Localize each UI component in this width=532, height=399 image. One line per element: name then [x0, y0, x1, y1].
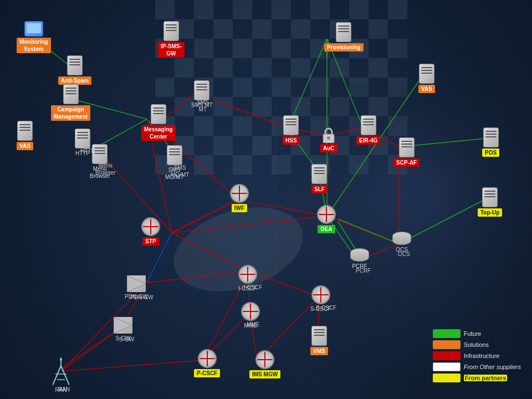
legend-future-box — [433, 329, 461, 338]
legend-infrastructure-label: Infrastructure — [464, 352, 500, 359]
svg-marker-49 — [114, 317, 132, 334]
legend-solutions: Solutions — [433, 340, 521, 349]
node-hss: HSS — [283, 115, 300, 145]
node-vas-top: VAS — [418, 64, 435, 93]
badge-hss: HSS — [283, 136, 300, 145]
node-dea: DEA — [317, 205, 336, 233]
badge-top-up: Top-Up — [478, 208, 502, 217]
node-pos: POS — [482, 127, 499, 157]
badge-campaign: Campaign Management — [51, 105, 90, 121]
badge-vms: VMS — [310, 347, 328, 355]
legend-partners: From partners — [433, 374, 521, 382]
extra-label-i-cscf-lbl: I-CSCF — [244, 284, 262, 291]
node-campaign: Campaign Management — [51, 84, 90, 121]
badge-stp: STP — [142, 237, 158, 245]
extra-label-menubr-lbl: Menu Browser — [95, 162, 116, 176]
legend-future-label: Future — [464, 330, 482, 337]
svg-point-55 — [60, 359, 62, 361]
badge-eir4g: EIR-4G — [356, 136, 380, 145]
node-slf: SLF — [311, 164, 328, 193]
badge-ims-mgw: IMS MGW — [249, 370, 280, 378]
badge-vas-left: VAS — [17, 142, 33, 150]
badge-messaging-center: Messaging Center — [141, 125, 176, 141]
extra-label-mme-lbl: MME — [247, 321, 259, 328]
badge-pos: POS — [482, 149, 499, 157]
badge-scp-af: SCP-AF — [393, 158, 420, 167]
legend-partners-label: From partners — [464, 375, 508, 381]
node-stp: STP — [141, 217, 160, 245]
node-iwf: IWF — [230, 184, 249, 212]
legend-other-suppliers-label: From Other suppliers — [464, 364, 521, 370]
node-provisioning: Provisioning — [324, 22, 364, 52]
badge-provisioning: Provisioning — [324, 43, 364, 52]
node-monitoring: Monitoring System — [17, 21, 51, 53]
legend-other-suppliers: From Other suppliers — [433, 362, 521, 371]
svg-line-51 — [53, 366, 61, 385]
legend-partners-box — [433, 374, 461, 382]
badge-ip-sms-gw: IP-SMS- GW — [158, 42, 185, 58]
legend-solutions-box — [433, 340, 461, 349]
legend-other-suppliers-box — [433, 362, 461, 371]
legend-future: Future — [433, 329, 521, 338]
badge-iwf: IWF — [232, 204, 247, 212]
extra-label-smsmt-lbl: SMS MO/MT — [171, 164, 189, 178]
node-messaging-center: Messaging Center — [141, 104, 176, 141]
extra-label-sgw-lbl: S-GW — [119, 336, 134, 343]
badge-dea: DEA — [318, 225, 335, 233]
badge-vas-top: VAS — [418, 85, 435, 93]
node-eir4g: EIR-4G — [356, 115, 380, 145]
legend: Future Solutions Infrastructure From Oth… — [433, 329, 521, 382]
legend-infrastructure-box — [433, 351, 461, 360]
svg-line-52 — [61, 366, 69, 385]
badge-anti-spam: Anti-Spam — [58, 76, 91, 85]
node-vas-left: VAS — [17, 121, 33, 150]
badge-auc: AuC — [320, 144, 337, 152]
badge-p-cscf: P-CSCF — [194, 369, 220, 377]
extra-label-ran-lbl: RAN — [58, 386, 70, 393]
node-ims-mgw: IMS MGW — [249, 350, 280, 378]
extra-label-ocs-lbl: OCS — [398, 250, 410, 258]
extra-label-http-lbl: HTTP — [80, 147, 95, 155]
legend-infrastructure: Infrastructure — [433, 351, 521, 360]
node-ip-sms-gw: IP-SMS- GW — [158, 21, 185, 58]
node-anti-spam: Anti-Spam — [58, 55, 91, 85]
node-vms: VMS — [310, 326, 328, 355]
badge-monitoring: Monitoring System — [17, 38, 51, 53]
node-scp-af: SCP-AF — [393, 137, 420, 167]
extra-label-pcrf-lbl: PCRF — [356, 267, 371, 274]
node-auc: AuC — [320, 126, 337, 152]
node-p-cscf: P-CSCF — [194, 349, 220, 377]
node-top-up: Top-Up — [478, 187, 502, 217]
extra-label-smsmt2-lbl: SMS MT — [197, 99, 209, 113]
legend-solutions-label: Solutions — [464, 341, 489, 348]
svg-marker-48 — [127, 275, 146, 292]
extra-label-s-cscf-lbl: S-CSCF — [316, 304, 336, 311]
badge-slf: SLF — [311, 185, 328, 193]
svg-point-47 — [327, 136, 330, 140]
extra-label-pdn-lbl: PDN-GW — [130, 294, 154, 301]
